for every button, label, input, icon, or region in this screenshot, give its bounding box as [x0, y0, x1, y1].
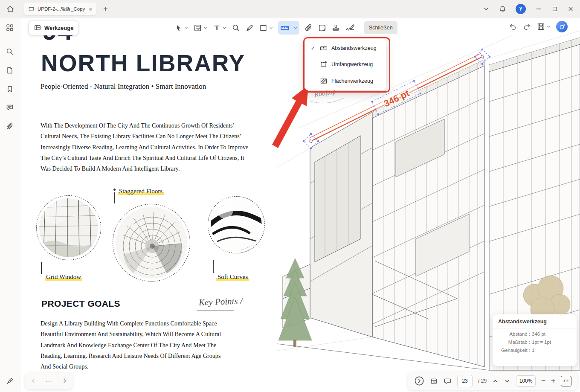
paragraph-line: Beautiful Environment And Sustainability… — [41, 329, 245, 340]
zoom-level-display[interactable]: 100% — [516, 375, 536, 387]
werkzeuge-button[interactable]: Werkzeuge — [28, 20, 79, 35]
feature-image-grid-window — [36, 195, 101, 260]
info-row-abstand: Abstand : 346 pt — [493, 331, 577, 337]
sticker-icon[interactable] — [318, 23, 327, 32]
feature-label-grid-window: Grid Window — [45, 273, 82, 281]
goals-paragraph: Design A Library Building With Complete … — [41, 318, 245, 372]
attachments-paperclip-icon[interactable] — [6, 122, 14, 131]
info-row-massstab: Maßstab : 1pt = 1pt — [493, 340, 577, 345]
shape-tool[interactable] — [259, 23, 273, 32]
attach-file-icon[interactable] — [304, 23, 313, 32]
menu-item-umfangwerkzeug[interactable]: Umfangwerkzeug — [305, 57, 386, 72]
select-tool[interactable] — [174, 23, 188, 32]
annotation-list-icon[interactable] — [430, 377, 438, 385]
thumbnails-grid-icon[interactable] — [6, 23, 14, 32]
divider — [493, 328, 576, 328]
menu-item-label: Umfangwerkzeug — [331, 61, 373, 67]
pen-edit-icon[interactable] — [6, 376, 14, 385]
comment-bubble-icon[interactable] — [444, 377, 452, 385]
goals-heading: PROJECT GOALS — [41, 299, 120, 309]
comments-icon[interactable] — [6, 103, 14, 112]
chevron-down-icon[interactable] — [269, 26, 273, 30]
cursor-icon — [174, 23, 183, 32]
key-points-underline — [197, 311, 234, 311]
page-thumbnails-icon[interactable] — [6, 66, 14, 75]
window-minimize-icon[interactable] — [535, 5, 542, 13]
user-avatar[interactable]: Y — [516, 4, 526, 14]
new-tab-button[interactable]: + — [103, 4, 108, 14]
bookmark-icon[interactable] — [6, 85, 14, 93]
info-value: 346 pt — [532, 331, 545, 337]
chevron-left-icon[interactable] — [30, 377, 37, 384]
window-tab-bar: UPDF-2-...辑版_Copy + Y — [0, 0, 580, 18]
chevron-down-icon[interactable] — [546, 24, 551, 29]
window-maximize-icon[interactable] — [551, 6, 558, 12]
document-tab[interactable]: UPDF-2-...辑版_Copy — [24, 3, 96, 15]
undo-icon[interactable] — [508, 22, 517, 31]
feature-image-soft-curves — [208, 196, 265, 253]
measure-tool-selected[interactable] — [278, 21, 299, 35]
actual-size-icon[interactable]: 1:1 — [561, 376, 571, 386]
paragraph-line: Landmark And Knowledge Exchange Center O… — [41, 340, 245, 351]
text-tool-icon: T — [212, 23, 221, 32]
menu-item-abstandswerkzeug[interactable]: ✓ Abstandswerkzeug — [305, 41, 386, 56]
area-icon — [320, 77, 328, 85]
paragraph-line: With The Development Of The City And The… — [41, 120, 267, 131]
more-pages-ellipsis[interactable]: ... — [46, 376, 52, 383]
window-close-icon[interactable] — [567, 6, 574, 12]
key-points-note: Key Points / — [199, 296, 243, 308]
chevron-down-icon[interactable] — [483, 6, 490, 12]
updf-ai-icon[interactable] — [556, 21, 568, 32]
highlight-icon — [193, 23, 202, 32]
loupe-tool-icon[interactable] — [232, 23, 241, 32]
page-number-input[interactable] — [457, 375, 473, 387]
search-icon[interactable] — [6, 47, 14, 56]
zoom-in-icon[interactable]: + — [551, 377, 555, 385]
label-tick — [41, 262, 42, 274]
notifications-bell-icon[interactable] — [499, 5, 507, 13]
left-sidebar — [0, 18, 21, 392]
chevron-down-icon[interactable] — [184, 26, 188, 30]
stamp-icon[interactable] — [331, 23, 340, 32]
menu-item-flaechenwerkzeug[interactable]: Flächenwerkzeug — [305, 73, 386, 89]
measure-info-title: Abstandswerkzeug — [493, 314, 577, 328]
feature-label-staggered-floors: Staggered Floors — [118, 188, 164, 195]
chevron-down-icon[interactable] — [203, 26, 208, 30]
annotation-toolbar: T — [174, 20, 397, 35]
zoom-out-icon[interactable]: − — [541, 377, 545, 385]
measure-tools-dropdown: ✓ Abstandswerkzeug Umfangwerkzeug Fläche… — [305, 38, 386, 90]
page-title: NORTH LIBRARY — [41, 49, 245, 77]
chevron-down-icon[interactable] — [222, 26, 227, 30]
redo-icon[interactable] — [522, 22, 531, 31]
expand-panel-icon[interactable] — [414, 376, 424, 386]
tools-panel-icon — [34, 24, 41, 32]
intro-paragraph: With The Development Of The City And The… — [41, 120, 267, 174]
paragraph-line: And Social Groups. — [41, 361, 245, 372]
ruler-icon — [278, 21, 292, 35]
pen-tool-icon[interactable] — [245, 23, 254, 32]
signature-icon[interactable] — [345, 23, 355, 32]
menu-item-label: Abstandswerkzeug — [331, 45, 377, 51]
chevron-down-icon[interactable] — [504, 378, 510, 384]
page-nav-pill: ... — [26, 373, 72, 389]
paragraph-line: Increasingly Diverse Reading, Learning A… — [41, 142, 267, 153]
info-label: Genauigkeit : — [493, 348, 530, 353]
chevron-right-icon[interactable] — [61, 377, 68, 384]
schliessen-button[interactable]: Schließen — [364, 21, 397, 34]
home-icon[interactable] — [6, 5, 14, 13]
ruler-icon — [320, 44, 328, 52]
paragraph-line: The City’s Cultural Taste And Enrich The… — [41, 153, 267, 163]
info-label: Abstand : — [493, 331, 530, 337]
text-tool[interactable]: T — [212, 23, 227, 32]
highlight-tool[interactable] — [193, 23, 208, 32]
menu-item-label: Flächenwerkzeug — [331, 78, 373, 84]
save-tool[interactable] — [536, 22, 551, 31]
save-icon — [536, 22, 545, 31]
tab-unsaved-dot[interactable] — [89, 8, 92, 11]
info-label: Maßstab : — [493, 340, 530, 345]
info-value: 1 — [532, 348, 534, 353]
werkzeuge-button-label: Werkzeuge — [44, 25, 73, 31]
view-controls-pill: / 29 100% − + 1:1 — [408, 372, 577, 390]
chevron-up-icon[interactable] — [492, 378, 499, 384]
chevron-down-icon[interactable] — [292, 21, 299, 35]
